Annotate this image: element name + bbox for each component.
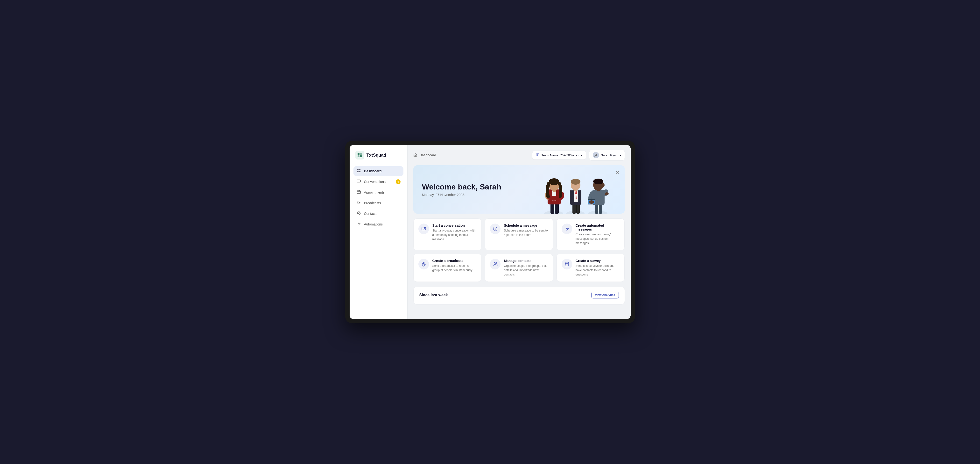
svg-point-39 [602,183,605,187]
action-card-create-survey[interactable]: Create a survey Send text surveys or pol… [557,254,625,282]
svg-rect-20 [553,190,555,192]
svg-rect-22 [573,204,576,214]
svg-point-7 [358,212,359,213]
create-survey-icon [562,259,572,269]
chevron-down-icon: ▾ [581,153,582,157]
action-card-manage-contacts[interactable]: Manage contacts Organize people into gro… [485,254,553,282]
view-analytics-button[interactable]: View Analytics [591,292,619,298]
sidebar-item-conversations[interactable]: Conversations 4 [353,177,403,187]
create-automated-icon [562,223,572,234]
team-selector[interactable]: Team Name: 709-700-xxxx ▾ [532,151,586,160]
svg-point-19 [549,179,559,185]
svg-point-40 [605,192,609,195]
user-chevron-icon: ▾ [619,153,621,157]
svg-point-35 [589,200,594,204]
create-automated-content: Create automated messages Create welcome… [576,223,620,245]
start-conversation-title: Start a conversation [433,223,477,227]
contacts-icon [356,211,361,216]
create-automated-title: Create automated messages [576,223,620,231]
header: Dashboard Team Name: 709-700-xxxx ▾ [414,150,625,161]
action-card-start-conversation[interactable]: Start a conversation Start a two-way con… [414,218,482,250]
svg-rect-1 [360,153,362,155]
create-automated-desc: Create welcome and 'away' messages, set … [576,232,620,245]
conversations-icon [356,179,361,184]
schedule-message-title: Schedule a message [504,223,548,227]
banner-illustration [533,168,615,214]
automations-icon [356,222,361,227]
user-selector[interactable]: Sarah Ryan ▾ [589,150,625,161]
breadcrumb: Dashboard [414,153,436,158]
svg-rect-30 [595,204,598,214]
sidebar-item-automations[interactable]: Automations [353,219,403,229]
svg-point-50 [565,265,566,265]
svg-rect-10 [536,154,539,156]
manage-contacts-desc: Organize people into groups, edit detail… [504,264,548,277]
sidebar-item-contacts-label: Contacts [364,212,377,215]
people-svg [533,168,615,214]
sidebar-item-broadcasts[interactable]: Broadcasts [353,198,403,208]
schedule-message-content: Schedule a message Schedule a message to… [504,223,548,237]
svg-rect-31 [599,204,602,214]
start-conversation-content: Start a conversation Start a two-way con… [433,223,477,241]
create-survey-content: Create a survey Send text surveys or pol… [576,259,620,277]
svg-rect-3 [360,155,362,157]
since-last-week-section: Since last week View Analytics [414,287,625,305]
svg-point-11 [595,154,597,155]
team-icon [536,153,539,158]
main-content: Dashboard Team Name: 709-700-xxxx ▾ [407,145,631,319]
home-icon [414,153,417,158]
manage-contacts-content: Manage contacts Organize people into gro… [504,259,548,277]
svg-rect-28 [574,189,577,191]
welcome-greeting: Welcome back, Sarah [422,182,501,191]
create-survey-title: Create a survey [576,259,620,263]
create-broadcast-desc: Send a broadcast to reach a group of peo… [433,264,477,273]
logo: TxtSquad [353,151,403,165]
welcome-date: Monday, 27 November 2023. [422,193,501,197]
sidebar-item-appointments[interactable]: Appointments [353,188,403,197]
team-label: Team Name: 709-700-xxxx [541,153,579,157]
header-controls: Team Name: 709-700-xxxx ▾ Sarah Ryan ▾ [532,150,625,161]
svg-point-46 [496,262,497,263]
appointments-icon [356,190,361,195]
svg-rect-23 [576,204,580,214]
manage-contacts-title: Manage contacts [504,259,548,263]
schedule-message-desc: Schedule a message to be sent to a perso… [504,228,548,237]
create-survey-desc: Send text surveys or polls and have cont… [576,264,620,277]
page-title: Dashboard [420,153,436,157]
svg-rect-5 [357,191,361,194]
svg-point-27 [571,179,581,185]
create-broadcast-title: Create a broadcast [433,259,477,263]
broadcasts-icon [356,201,361,206]
sidebar: TxtSquad Dashboard Conversations [350,145,407,319]
manage-contacts-icon [490,259,501,269]
start-conversation-desc: Start a two-way conversation with a pers… [433,228,477,241]
svg-point-48 [565,263,566,264]
user-name: Sarah Ryan [601,153,617,157]
dashboard-icon [356,169,361,174]
sidebar-item-contacts[interactable]: Contacts [353,209,403,218]
action-card-create-automated[interactable]: Create automated messages Create welcome… [557,218,625,250]
svg-point-6 [358,202,360,203]
svg-rect-2 [358,155,360,157]
svg-rect-4 [357,180,361,182]
app-name: TxtSquad [366,153,386,158]
action-card-schedule-message[interactable]: Schedule a message Schedule a message to… [485,218,553,250]
start-conversation-icon [418,223,429,234]
sidebar-item-appointments-label: Appointments [364,190,385,194]
sidebar-item-dashboard[interactable]: Dashboard [353,166,403,176]
logo-icon [355,151,364,159]
svg-point-37 [593,179,603,184]
sidebar-item-conversations-label: Conversations [364,180,386,184]
avatar [593,152,599,158]
svg-rect-9 [415,155,416,156]
conversations-badge: 4 [396,179,401,184]
svg-point-49 [565,264,566,265]
since-title: Since last week [419,293,448,297]
action-card-create-broadcast[interactable]: Create a broadcast Send a broadcast to r… [414,254,482,282]
close-banner-button[interactable]: ✕ [614,169,621,176]
svg-rect-38 [597,189,600,191]
action-cards-grid: Start a conversation Start a two-way con… [414,218,625,282]
since-header: Since last week View Analytics [419,292,619,298]
sidebar-item-broadcasts-label: Broadcasts [364,201,381,205]
svg-point-8 [359,212,360,213]
